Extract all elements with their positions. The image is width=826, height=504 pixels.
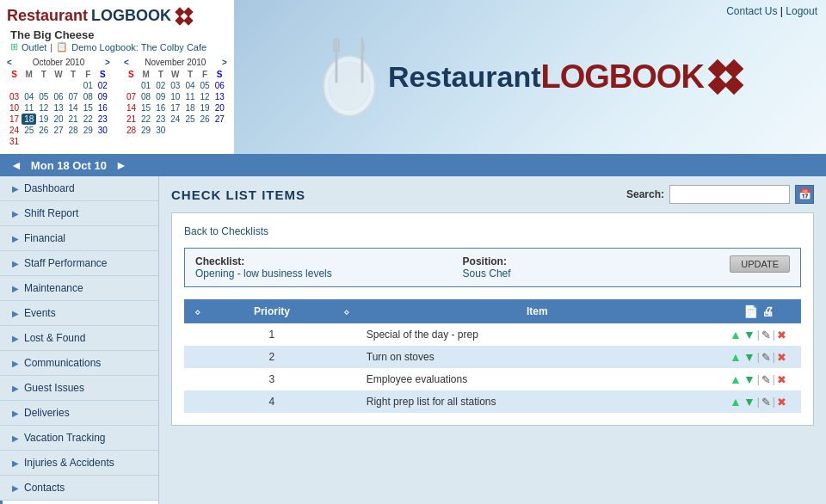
search-calendar-btn[interactable]: 📅 <box>795 185 814 204</box>
cal-day[interactable]: 12 <box>36 102 51 114</box>
sidebar-item-maintenance[interactable]: ▶Maintenance <box>0 276 158 301</box>
cal-day[interactable]: 01 <box>139 80 153 91</box>
delete-icon[interactable]: ✖ <box>777 329 786 341</box>
back-to-checklists-link[interactable]: Back to Checklists <box>184 225 268 237</box>
delete-icon[interactable]: ✖ <box>777 396 786 409</box>
nov-prev[interactable]: < <box>124 58 129 67</box>
delete-icon[interactable]: ✖ <box>777 373 786 386</box>
cal-day[interactable]: 11 <box>22 102 36 114</box>
delete-icon[interactable]: ✖ <box>777 351 786 364</box>
sidebar-item-checklists[interactable]: ▶Checklists <box>0 501 158 504</box>
sidebar-item-financial[interactable]: ▶Financial <box>0 226 158 251</box>
cal-day[interactable]: 03 <box>7 91 22 102</box>
cal-day[interactable]: 13 <box>51 102 65 114</box>
cal-day[interactable]: 28 <box>66 125 81 136</box>
next-date-arrow[interactable]: ► <box>115 158 127 172</box>
cal-day[interactable]: 30 <box>153 125 168 136</box>
edit-icon[interactable]: ✎ <box>761 396 771 409</box>
outlet-link[interactable]: Outlet <box>22 42 46 52</box>
cal-day[interactable]: 14 <box>124 102 139 114</box>
cal-day[interactable]: 09 <box>153 91 168 102</box>
cal-day[interactable]: 16 <box>96 102 110 114</box>
cal-day[interactable]: 04 <box>182 80 197 91</box>
col-item-header[interactable]: Item <box>360 299 715 323</box>
cal-day[interactable]: 09 <box>96 91 110 102</box>
cal-day[interactable]: 15 <box>139 102 153 114</box>
cal-day[interactable]: 19 <box>36 114 51 125</box>
cal-day[interactable]: 11 <box>182 91 197 102</box>
move-up-icon[interactable]: ▲ <box>730 395 742 409</box>
edit-icon[interactable]: ✎ <box>761 329 771 341</box>
cal-day[interactable]: 24 <box>7 125 22 136</box>
cal-day[interactable]: 21 <box>66 114 81 125</box>
sidebar-item-deliveries[interactable]: ▶Deliveries <box>0 401 158 426</box>
sidebar-item-staff-performance[interactable]: ▶Staff Performance <box>0 251 158 276</box>
cal-day[interactable]: 10 <box>168 91 182 102</box>
sidebar-item-injuries-and-accidents[interactable]: ▶Injuries & Accidents <box>0 451 158 476</box>
cal-day[interactable]: 19 <box>198 102 213 114</box>
cal-day[interactable]: 25 <box>22 125 36 136</box>
cal-day[interactable]: 21 <box>124 114 139 125</box>
sidebar-item-vacation-tracking[interactable]: ▶Vacation Tracking <box>0 426 158 451</box>
cal-day[interactable]: 20 <box>213 102 227 114</box>
cal-day[interactable]: 22 <box>139 114 153 125</box>
edit-icon[interactable]: ✎ <box>761 351 771 364</box>
move-up-icon[interactable]: ▲ <box>730 328 742 341</box>
oct-prev[interactable]: < <box>7 58 12 67</box>
cal-day[interactable]: 08 <box>81 91 96 102</box>
cal-day[interactable]: 08 <box>139 91 153 102</box>
cal-day[interactable]: 15 <box>81 102 96 114</box>
logout-link[interactable]: Logout <box>786 5 817 17</box>
prev-date-arrow[interactable]: ◄ <box>10 158 22 172</box>
cal-day[interactable]: 27 <box>51 125 65 136</box>
sidebar-item-guest-issues[interactable]: ▶Guest Issues <box>0 376 158 401</box>
cal-day[interactable]: 29 <box>81 125 96 136</box>
col-priority-header[interactable]: Priority <box>210 299 334 323</box>
move-down-icon[interactable]: ▼ <box>743 328 755 341</box>
sidebar-item-lost-and-found[interactable]: ▶Lost & Found <box>0 326 158 351</box>
cal-day[interactable]: 26 <box>198 114 213 125</box>
cal-day[interactable]: 07 <box>66 91 81 102</box>
cal-day[interactable]: 06 <box>213 80 227 91</box>
search-input[interactable] <box>669 185 790 204</box>
nov-next[interactable]: > <box>222 58 227 67</box>
cal-day[interactable]: 02 <box>96 80 110 91</box>
cal-day[interactable]: 30 <box>96 125 110 136</box>
move-up-icon[interactable]: ▲ <box>730 350 742 364</box>
cal-day[interactable]: 27 <box>213 114 227 125</box>
oct-next[interactable]: > <box>105 58 110 67</box>
cal-day[interactable]: 10 <box>7 102 22 114</box>
cal-day[interactable]: 02 <box>153 80 168 91</box>
move-down-icon[interactable]: ▼ <box>743 395 755 409</box>
cal-day[interactable]: 16 <box>153 102 168 114</box>
edit-icon[interactable]: ✎ <box>761 373 771 386</box>
cal-day[interactable]: 20 <box>51 114 65 125</box>
cal-day[interactable]: 26 <box>36 125 51 136</box>
cal-day[interactable]: 14 <box>66 102 81 114</box>
move-down-icon[interactable]: ▼ <box>743 350 755 364</box>
cal-day[interactable]: 25 <box>182 114 197 125</box>
cal-day[interactable]: 31 <box>7 136 22 147</box>
cal-day[interactable]: 05 <box>198 80 213 91</box>
demo-link[interactable]: Demo Logbook: The Colby Cafe <box>71 42 206 52</box>
cal-day[interactable]: 28 <box>124 125 139 136</box>
sidebar-item-shift-report[interactable]: ▶Shift Report <box>0 201 158 226</box>
cal-day[interactable]: 18 <box>22 114 36 125</box>
update-button[interactable]: UPDATE <box>730 255 790 273</box>
cal-day[interactable]: 17 <box>7 114 22 125</box>
cal-day[interactable]: 23 <box>153 114 168 125</box>
cal-day[interactable]: 07 <box>124 91 139 102</box>
cal-day[interactable]: 04 <box>22 91 36 102</box>
cal-day[interactable]: 01 <box>81 80 96 91</box>
move-down-icon[interactable]: ▼ <box>743 372 755 386</box>
cal-day[interactable]: 18 <box>182 102 197 114</box>
sidebar-item-dashboard[interactable]: ▶Dashboard <box>0 176 158 201</box>
cal-day[interactable]: 17 <box>168 102 182 114</box>
cal-day[interactable]: 23 <box>96 114 110 125</box>
cal-day[interactable]: 13 <box>213 91 227 102</box>
cal-day[interactable]: 12 <box>198 91 213 102</box>
sidebar-item-contacts[interactable]: ▶Contacts <box>0 476 158 501</box>
cal-day[interactable]: 24 <box>168 114 182 125</box>
cal-day[interactable]: 06 <box>51 91 65 102</box>
cal-day[interactable]: 29 <box>139 125 153 136</box>
